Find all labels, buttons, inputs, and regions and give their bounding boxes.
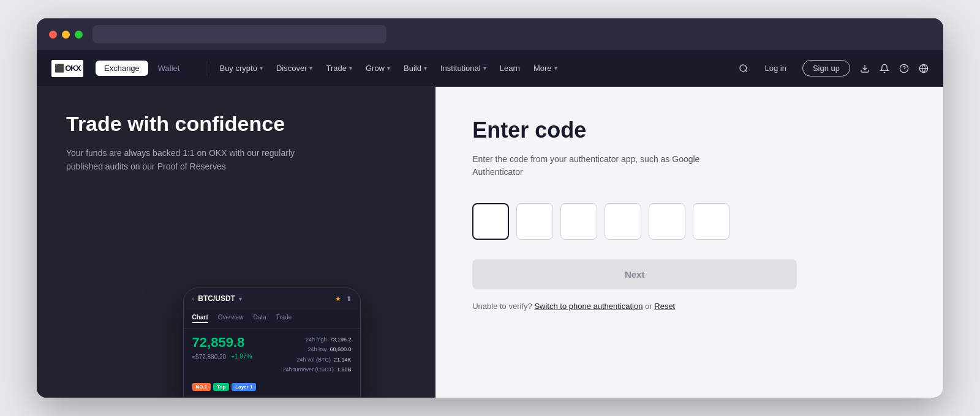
nav-tabs: Exchange Wallet (96, 61, 188, 76)
code-digit-4[interactable] (605, 203, 641, 240)
help-icon[interactable] (899, 64, 909, 73)
nav-actions: Log in Sign up (739, 60, 929, 76)
big-price: 72,859.8 (192, 335, 252, 351)
phone-bottom-bar: 15m 1h 4h 1D More ▾ Indicators ▾ (184, 396, 360, 398)
nav-institutional[interactable]: Institutional ▾ (434, 60, 492, 76)
globe-icon[interactable] (919, 64, 929, 73)
right-panel: Enter code Enter the code from your auth… (435, 87, 943, 398)
traffic-lights (49, 31, 83, 39)
phone-tabs: Chart Overview Data Trade (184, 309, 360, 329)
phone-tab-chart[interactable]: Chart (192, 314, 208, 323)
code-digit-5[interactable] (649, 203, 685, 240)
next-button[interactable]: Next (472, 259, 797, 289)
phone-header: ‹ BTC/USDT ▾ ★ ⬆ (184, 288, 360, 309)
nav-buy-crypto[interactable]: Buy crypto ▾ (213, 60, 268, 76)
nav-menu: Buy crypto ▾ Discover ▾ Trade ▾ Grow ▾ B… (213, 60, 739, 76)
code-inputs (472, 203, 907, 240)
signup-button[interactable]: Sign up (802, 60, 850, 76)
browser-content: ⬛ OKX Exchange Wallet Buy crypto ▾ Disco… (37, 50, 943, 398)
nav-discover[interactable]: Discover ▾ (270, 60, 319, 76)
phone-tags: NO.1 Top Layer 1 (184, 381, 360, 396)
address-bar[interactable] (92, 25, 386, 43)
tab-wallet[interactable]: Wallet (149, 61, 189, 76)
traffic-light-red[interactable] (49, 31, 57, 39)
phone-container: ‹ BTC/USDT ▾ ★ ⬆ Chart O (183, 288, 361, 398)
phone-mockup: ‹ BTC/USDT ▾ ★ ⬆ Chart O (183, 288, 361, 398)
enter-code-title: Enter code (472, 117, 907, 143)
tag-no1: NO.1 (192, 383, 211, 391)
login-button[interactable]: Log in (758, 60, 792, 76)
svg-point-0 (740, 65, 747, 72)
traffic-light-yellow[interactable] (62, 31, 70, 39)
navbar: ⬛ OKX Exchange Wallet Buy crypto ▾ Disco… (37, 50, 943, 87)
chevron-down-icon: ▾ (349, 65, 352, 72)
code-digit-6[interactable] (693, 203, 729, 240)
logo-box: ⬛ OKX (51, 60, 83, 77)
split-content: Trade with confidence Your funds are alw… (37, 87, 943, 398)
code-digit-1[interactable] (472, 203, 509, 240)
code-digit-3[interactable] (560, 203, 597, 240)
bell-icon[interactable] (880, 64, 889, 73)
price-change: +1.97% (231, 353, 252, 360)
search-icon[interactable] (739, 64, 748, 73)
star-icon: ★ (335, 295, 341, 303)
hero-title: Trade with confidence (66, 111, 406, 136)
code-digit-2[interactable] (516, 203, 553, 240)
nav-more[interactable]: More ▾ (527, 60, 564, 76)
price-usd: ≈$72,880.20 (192, 354, 227, 360)
chevron-down-icon: ▾ (483, 65, 486, 72)
traffic-light-green[interactable] (75, 31, 83, 39)
price-stats: 24h high 73,196.2 24h low 68,600.0 24h v… (283, 335, 352, 374)
chevron-down-icon: ▾ (387, 65, 390, 72)
logo-text: ⬛ OKX (55, 64, 81, 73)
nav-trade[interactable]: Trade ▾ (320, 60, 358, 76)
left-panel: Trade with confidence Your funds are alw… (37, 87, 435, 398)
phone-tab-overview[interactable]: Overview (218, 314, 244, 323)
logo[interactable]: ⬛ OKX (51, 60, 83, 77)
enter-code-description: Enter the code from your authenticator a… (472, 153, 742, 179)
nav-build[interactable]: Build ▾ (398, 60, 433, 76)
nav-divider (208, 61, 208, 76)
browser-window: ⬛ OKX Exchange Wallet Buy crypto ▾ Disco… (37, 18, 943, 398)
nav-learn[interactable]: Learn (494, 60, 526, 76)
phone-tab-trade[interactable]: Trade (276, 314, 292, 323)
tag-top: Top (213, 383, 229, 391)
tag-layer1: Layer 1 (232, 383, 256, 391)
chevron-down-icon: ▾ (554, 65, 557, 72)
pair-name: BTC/USDT (198, 294, 235, 303)
chevron-down-icon: ▾ (260, 65, 263, 72)
share-icon: ⬆ (346, 295, 352, 303)
verify-text: Unable to verify? Switch to phone authen… (472, 302, 907, 311)
browser-chrome (37, 18, 943, 50)
switch-to-phone-link[interactable]: Switch to phone authentication (534, 302, 643, 311)
chevron-down-icon: ▾ (309, 65, 312, 72)
phone-tab-data[interactable]: Data (253, 314, 266, 323)
phone-price-area: 72,859.8 ≈$72,880.20 +1.97% 24h high 73,… (184, 329, 360, 381)
hero-subtitle: Your funds are always backed 1:1 on OKX … (66, 146, 299, 174)
download-icon[interactable] (860, 64, 870, 73)
chevron-down-icon: ▾ (424, 65, 427, 72)
reset-link[interactable]: Reset (654, 302, 675, 311)
nav-grow[interactable]: Grow ▾ (360, 60, 396, 76)
svg-line-1 (746, 70, 748, 72)
phone-icons: ★ ⬆ (335, 295, 352, 303)
tab-exchange[interactable]: Exchange (96, 61, 148, 76)
